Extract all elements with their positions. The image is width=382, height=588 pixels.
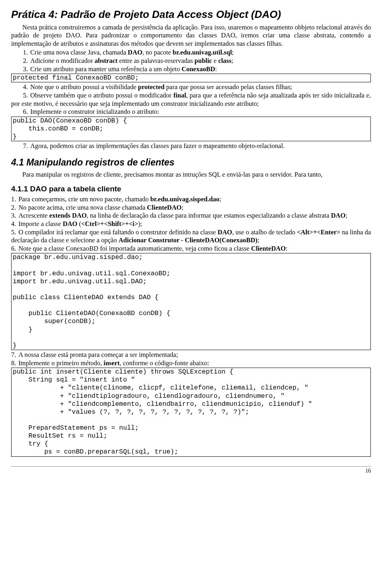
list-text: entre as palavras-reservadas — [117, 57, 194, 64]
steps-list-c: 7.A nossa classe está pronta para começa… — [11, 351, 371, 367]
list-text: e — [212, 57, 218, 64]
code-block-1: protected final ConexaoBD conBD; — [11, 74, 371, 82]
list-num: 2. — [11, 204, 18, 211]
list-text: ; — [231, 57, 233, 64]
list-text: Agora, podemos criar as implementações d… — [30, 142, 285, 150]
list-num: 5. — [11, 228, 18, 236]
code-block-2: public DAO(ConexaoBD conDB) { this.conBD… — [11, 117, 371, 141]
list-text: Importe a classe — [18, 220, 62, 228]
list-num: 7. — [11, 351, 18, 358]
list-num: 1. — [11, 49, 30, 57]
steps-list-3: 7.Agora, podemos criar as implementações… — [11, 142, 371, 150]
bold: final — [173, 92, 186, 99]
list-text: No pacote acima, crie uma nova classe ch… — [18, 204, 147, 211]
code-block-4: public int insert(Cliente cliente) throw… — [11, 368, 371, 456]
bold: public — [195, 57, 212, 64]
bold: insert — [103, 359, 119, 367]
steps-list-1: 1.Crie uma nova classe Java, chamada DAO… — [11, 49, 371, 73]
list-text: Note que a classe ConexaoBD foi importad… — [18, 245, 251, 252]
list-num: 2. — [11, 57, 30, 65]
list-text: Note que o atributo possui a visibilidad… — [30, 83, 138, 91]
steps-list-2: 4.Note que o atributo possui a visibilid… — [11, 83, 371, 116]
section-intro: Para manipular os registros de cliente, … — [11, 171, 371, 179]
bold: <Ctrl>+<Shift>+<i> — [81, 220, 138, 228]
list-num: 6. — [11, 108, 30, 116]
list-text: , conforme o código-fonte abaixo: — [120, 359, 209, 367]
list-text: ; — [257, 236, 259, 244]
code-block-3: package br.edu.univag.sisped.dao; import… — [11, 253, 371, 350]
list-text: A nossa classe está pronta para começar … — [18, 351, 178, 358]
list-num: 4. — [11, 220, 18, 228]
list-text: Implemente o primeiro método, — [18, 359, 103, 367]
bold: DAO — [63, 220, 78, 228]
list-text: , na linha de declaração da classe para … — [87, 212, 331, 219]
bold: br.edu.univag.sisped.dao — [150, 195, 220, 203]
subsection-heading: 4.1.1 DAO para a tabela cliente — [11, 184, 371, 194]
bold: extends DAO — [49, 212, 87, 219]
list-text: Acrescente — [18, 212, 49, 219]
page-number: 16 — [365, 468, 371, 474]
bold: class — [218, 57, 231, 64]
page-footer: 16 — [11, 466, 371, 475]
list-num: 5. — [11, 92, 30, 100]
section-heading: 4.1 Manipulando registros de clientes — [11, 157, 371, 168]
list-text: Crie um atributo para manter uma referên… — [30, 65, 181, 73]
list-num: 7. — [11, 142, 30, 150]
bold: DAO — [218, 228, 232, 236]
list-text: : — [215, 65, 217, 73]
bold: DAO — [128, 49, 142, 56]
list-num: 3. — [11, 212, 18, 219]
list-text: Crie uma nova classe Java, chamada — [30, 49, 128, 56]
bold: Adicionar Construtor - ClienteDAO(Conexa… — [119, 236, 257, 244]
list-text: Implemente o construtor inicializando o … — [30, 108, 159, 115]
list-text: Para começarmos, crie um novo pacote, ch… — [18, 195, 150, 203]
list-text: , use o atalho de teclado — [232, 228, 297, 236]
list-text: Observe também que o atributo possui o m… — [30, 92, 173, 99]
bold: abstract — [95, 57, 118, 64]
list-num: 1. — [11, 195, 18, 203]
bold: ClienteDAO — [147, 204, 181, 211]
list-text: O compilador irá reclamar que está falta… — [18, 228, 217, 236]
list-text: ); — [138, 220, 142, 228]
list-num: 6. — [11, 245, 18, 252]
steps-list-b: 1.Para começarmos, crie um novo pacote, … — [11, 195, 371, 253]
bold: ClienteDAO — [251, 245, 286, 252]
bold: protected — [138, 83, 165, 91]
list-text: Adicione o modificador — [30, 57, 95, 64]
bold: br.edu.univag.util.sql — [173, 49, 232, 56]
list-text: ; — [345, 212, 347, 219]
list-num: 4. — [11, 83, 30, 92]
list-text: ; — [219, 195, 221, 203]
intro-paragraph: Nesta prática construiremos a camada de … — [11, 23, 371, 48]
list-text: para que possa ser acessado pelas classe… — [164, 83, 292, 91]
list-num: 8. — [11, 359, 18, 367]
list-text: : — [286, 245, 288, 252]
list-text: ( — [77, 220, 81, 228]
bold: ConexaoBD — [181, 65, 215, 73]
bold: DAO — [331, 212, 346, 219]
list-text: , no pacote — [142, 49, 173, 56]
list-text: ; — [232, 49, 234, 56]
page-title: Prática 4: Padrão de Projeto Data Access… — [11, 8, 371, 21]
list-text: ; — [181, 204, 183, 211]
bold: <Alt>+<Enter> — [297, 228, 340, 236]
list-num: 3. — [11, 65, 30, 74]
